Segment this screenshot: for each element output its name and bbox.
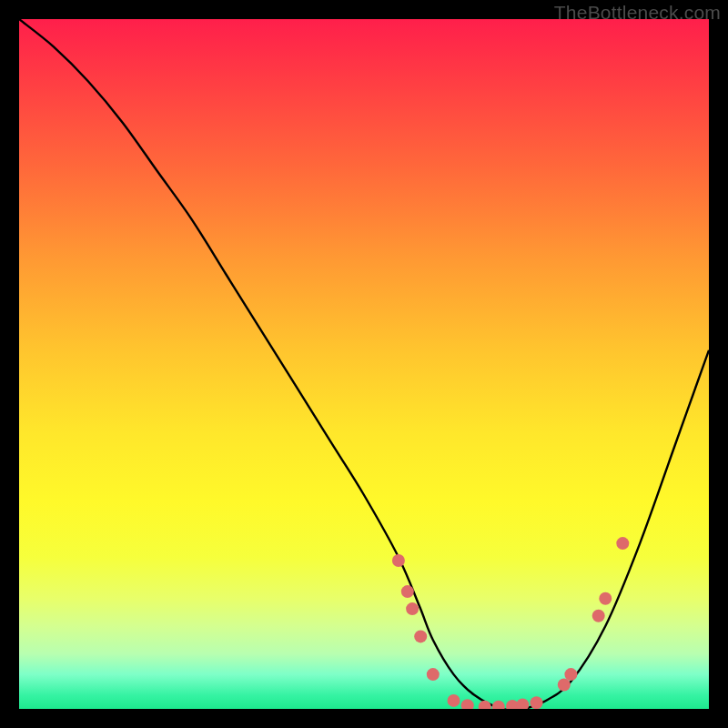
bottleneck-curve [19, 19, 709, 709]
highlight-dot [406, 602, 419, 615]
highlight-dot [516, 699, 529, 710]
watermark-text: TheBottleneck.com [554, 2, 721, 24]
chart-svg [19, 19, 709, 709]
highlight-dot [616, 537, 629, 550]
highlight-dot [479, 701, 491, 709]
highlight-dot [461, 699, 474, 709]
highlight-dot [599, 592, 612, 605]
highlight-dot [531, 696, 543, 709]
highlight-dot [401, 585, 414, 598]
highlight-dot [427, 668, 440, 681]
highlight-dot [492, 701, 505, 709]
highlight-dot [392, 554, 405, 567]
highlight-dot [414, 630, 427, 642]
highlight-dot [564, 668, 577, 681]
chart-plot-area [19, 19, 709, 709]
highlight-dot [592, 610, 605, 622]
highlight-dot [448, 694, 460, 707]
curve-highlight-dots [392, 537, 629, 709]
highlight-dot [558, 679, 571, 692]
